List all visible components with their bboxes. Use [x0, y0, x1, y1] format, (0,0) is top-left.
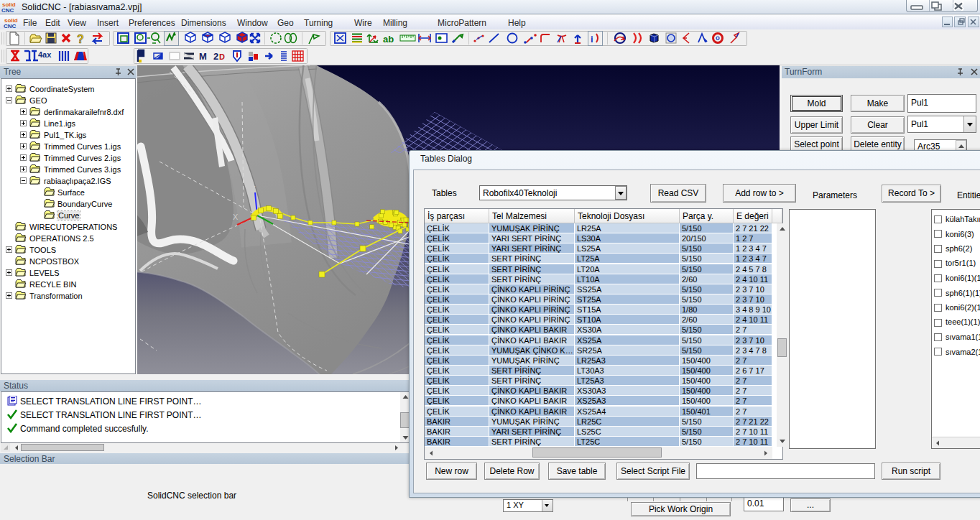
svg-text:4ax: 4ax: [38, 50, 52, 59]
svg-text:Z: Z: [251, 185, 256, 193]
svg-text:2: 2: [213, 51, 218, 62]
svg-text:X: X: [233, 213, 239, 221]
svg-text:M: M: [199, 51, 207, 62]
svg-text:ab: ab: [383, 34, 394, 45]
svg-text:?: ?: [77, 33, 84, 45]
svg-text:CNC: CNC: [4, 23, 17, 29]
svg-text:CNC: CNC: [1, 7, 14, 14]
svg-text:i: i: [591, 34, 593, 45]
svg-text:D: D: [219, 52, 225, 61]
